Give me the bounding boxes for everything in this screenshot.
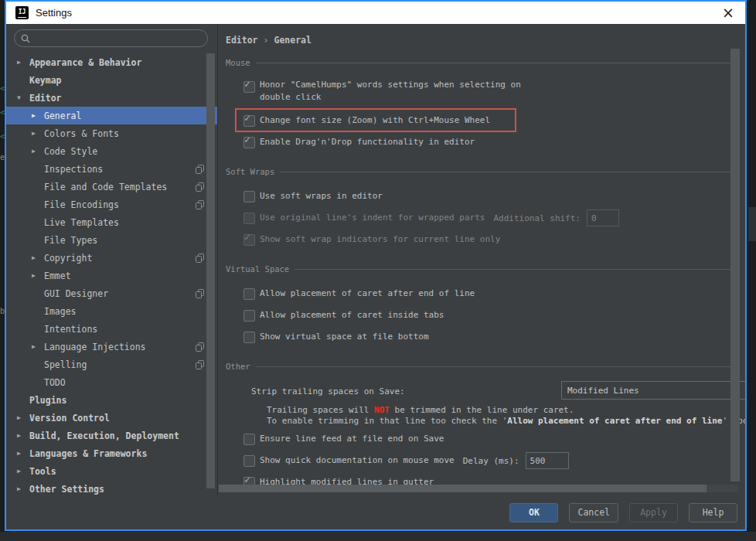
checkbox-row-show-soft-wrap-indicators-for-current-line-only[interactable]: ✓Show soft wrap indicators for current l…	[243, 229, 745, 250]
checkbox-unchecked[interactable]: ✓	[243, 434, 255, 445]
sidebar-item-inspections[interactable]: Inspections	[6, 160, 217, 178]
section-rows: ✓Honor "CamelHumps" words settings when …	[226, 77, 745, 153]
sections-container: Mouse✓Honor "CamelHumps" words settings …	[226, 55, 745, 493]
chevron-collapsed-icon[interactable]: ▶	[17, 468, 29, 475]
chevron-collapsed-icon[interactable]: ▶	[32, 130, 44, 137]
checkbox-unchecked[interactable]: ✓	[243, 288, 255, 300]
content-vertical-scrollbar-thumb[interactable]	[730, 49, 740, 481]
checkbox-label: Use original line's indent for wrapped p…	[260, 212, 485, 224]
checkbox-checked[interactable]: ✓	[243, 234, 255, 246]
search-box[interactable]	[14, 29, 208, 47]
checkbox-label: Show quick documentation on mouse move	[260, 454, 455, 467]
checkbox-row-honor-camelhumps-words-settings-when-selecting-on[interactable]: ✓Honor "CamelHumps" words settings when …	[243, 77, 745, 110]
content-horizontal-scrollbar-thumb[interactable]	[219, 485, 707, 492]
chevron-collapsed-icon[interactable]: ▶	[17, 450, 29, 457]
checkbox-row-change-font-size-zoom-with-ctrl-mouse-wheel[interactable]: ✓Change font size (Zoom) with Ctrl+Mouse…	[243, 110, 745, 131]
breadcrumb-parent: Editor	[226, 35, 258, 46]
checkbox-unchecked[interactable]: ✓	[243, 455, 255, 467]
chevron-collapsed-icon[interactable]: ▶	[32, 272, 44, 279]
checkbox-unchecked[interactable]: ✓	[243, 310, 255, 322]
inline-field-input[interactable]	[587, 209, 619, 226]
sidebar-scrollbar-thumb[interactable]	[206, 53, 215, 488]
sidebar-item-todo[interactable]: TODO	[6, 373, 217, 391]
sidebar-item-keymap[interactable]: Keymap	[6, 71, 217, 89]
sidebar-item-language-injections[interactable]: ▶Language Injections	[6, 338, 217, 356]
search-input[interactable]	[34, 32, 201, 45]
sidebar-item-build-execution-deployment[interactable]: ▶Build, Execution, Deployment	[6, 427, 217, 444]
checkbox-unchecked[interactable]: ✓	[243, 332, 255, 343]
sidebar-item-languages-frameworks[interactable]: ▶Languages & Frameworks	[6, 444, 217, 462]
sidebar-item-appearance-behavior[interactable]: ▶Appearance & Behavior	[6, 53, 217, 71]
sidebar-item-label: General	[44, 111, 81, 121]
checkbox-label: Enable Drag'n'Drop functionality in edit…	[260, 136, 475, 148]
note-warning-text: NOT	[374, 405, 390, 415]
chevron-collapsed-icon[interactable]: ▶	[32, 112, 44, 119]
checkbox-unchecked[interactable]: ✓	[243, 213, 255, 224]
background-artifact	[748, 207, 756, 241]
sidebar-item-label: Plugins	[29, 395, 66, 406]
close-icon[interactable]: ×	[719, 5, 737, 20]
note-line-1: Trailing spaces will NOT be trimmed in t…	[267, 405, 745, 416]
trailing-spaces-note: Trailing spaces will NOT be trimmed in t…	[243, 405, 745, 427]
checkbox-row-use-soft-wraps-in-editor[interactable]: ✓Use soft wraps in editor	[243, 185, 745, 207]
sidebar-item-spelling[interactable]: Spelling	[6, 356, 217, 373]
chevron-collapsed-icon[interactable]: ▶	[17, 485, 29, 492]
sidebar-item-file-encodings[interactable]: File Encodings	[6, 196, 217, 213]
chevron-collapsed-icon[interactable]: ▶	[32, 343, 44, 350]
note-text: To enable trimming in that line too chec…	[267, 416, 507, 426]
strip-trailing-spaces-dropdown[interactable]: Modified Lines	[561, 381, 745, 400]
section-divider	[256, 366, 734, 367]
sidebar-item-gui-designer[interactable]: GUI Designer	[6, 284, 217, 302]
checkbox-checked[interactable]: ✓	[243, 115, 255, 127]
combo-label: Strip trailing spaces on Save:	[251, 386, 405, 396]
sidebar-item-copyright[interactable]: ▶Copyright	[6, 249, 217, 267]
checkbox-row-show-quick-documentation-on-mouse-move[interactable]: ✓Show quick documentation on mouse moveD…	[243, 450, 745, 471]
sidebar-item-emmet[interactable]: ▶Emmet	[6, 267, 217, 284]
checkbox-label: Show soft wrap indicators for current li…	[260, 233, 500, 246]
chevron-collapsed-icon[interactable]: ▶	[17, 59, 29, 66]
content-horizontal-scrollbar[interactable]	[218, 485, 738, 492]
title-bar: IJ Settings ×	[6, 2, 745, 24]
chevron-collapsed-icon[interactable]: ▶	[32, 148, 44, 155]
checkbox-row-ensure-line-feed-at-file-end-on-save[interactable]: ✓Ensure line feed at file end on Save	[243, 428, 745, 450]
inline-field-label: Delay (ms):	[463, 456, 519, 466]
sidebar-item-label: Language Injections	[44, 342, 146, 352]
sidebar-item-live-templates[interactable]: Live Templates	[6, 213, 217, 231]
section-title: Other	[226, 362, 250, 371]
sidebar-item-version-control[interactable]: ▶Version Control	[6, 409, 217, 427]
section-divider	[295, 269, 734, 270]
sidebar-item-general[interactable]: ▶General	[6, 107, 217, 124]
sidebar-item-colors-fonts[interactable]: ▶Colors & Fonts	[6, 124, 217, 142]
sidebar-item-images[interactable]: Images	[6, 302, 217, 320]
section-divider	[256, 63, 734, 63]
modified-pages-icon	[196, 342, 204, 352]
sidebar-item-other-settings[interactable]: ▶Other Settings	[6, 480, 217, 495]
note-emphasis-text: Allow placement of caret after end of li…	[507, 416, 722, 426]
ok-button[interactable]: OK	[509, 503, 558, 522]
checkbox-checked[interactable]: ✓	[243, 137, 255, 148]
chevron-collapsed-icon[interactable]: ▶	[17, 432, 29, 439]
sidebar-item-file-types[interactable]: File Types	[6, 231, 217, 249]
checkbox-row-allow-placement-of-caret-inside-tabs[interactable]: ✓Allow placement of caret inside tabs	[243, 305, 745, 326]
sidebar-item-label: Keymap	[29, 75, 62, 86]
checkbox-label: Ensure line feed at file end on Save	[260, 433, 444, 445]
sidebar-item-code-style[interactable]: ▶Code Style	[6, 142, 217, 160]
sidebar-item-file-and-code-templates[interactable]: File and Code Templates	[6, 178, 217, 196]
cancel-button[interactable]: Cancel	[569, 503, 618, 522]
checkbox-row-allow-placement-of-caret-after-end-of-line[interactable]: ✓Allow placement of caret after end of l…	[243, 283, 745, 305]
checkbox-row-use-original-line-s-indent-for-wrapped-parts[interactable]: ✓Use original line's indent for wrapped …	[243, 207, 745, 229]
chevron-expanded-icon[interactable]: ▼	[17, 94, 29, 101]
checkbox-row-show-virtual-space-at-file-bottom[interactable]: ✓Show virtual space at file bottom	[243, 326, 745, 348]
chevron-collapsed-icon[interactable]: ▶	[32, 254, 44, 261]
inline-field-input[interactable]	[526, 452, 569, 469]
checkbox-row-enable-drag-n-drop-functionality-in-editor[interactable]: ✓Enable Drag'n'Drop functionality in edi…	[243, 131, 745, 153]
help-button[interactable]: Help	[689, 503, 737, 522]
sidebar-item-editor[interactable]: ▼Editor	[6, 89, 217, 107]
sidebar-item-tools[interactable]: ▶Tools	[6, 462, 217, 480]
checkbox-unchecked[interactable]: ✓	[243, 191, 255, 202]
chevron-collapsed-icon[interactable]: ▶	[17, 414, 29, 421]
sidebar-item-intentions[interactable]: Intentions	[6, 320, 217, 338]
sidebar-item-plugins[interactable]: Plugins	[6, 391, 217, 409]
checkbox-checked[interactable]: ✓	[243, 81, 255, 93]
sidebar-item-label: Images	[44, 306, 77, 317]
